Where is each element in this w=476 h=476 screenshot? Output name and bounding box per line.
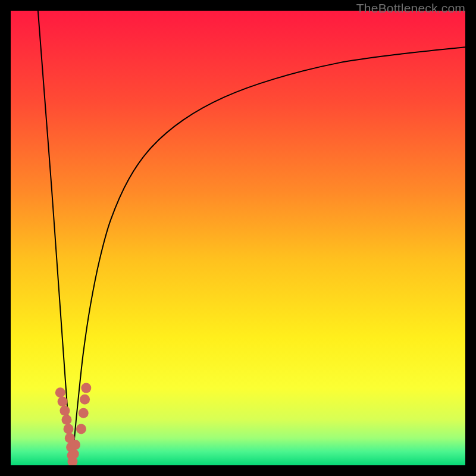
chart-frame: TheBottleneck.com [0,0,476,476]
data-marker [58,397,68,407]
watermark-text: TheBottleneck.com [356,1,465,15]
data-marker [70,440,80,450]
data-marker [61,415,71,425]
data-marker [55,387,65,397]
data-marker [79,408,89,418]
data-marker [69,449,79,459]
data-marker [60,406,70,416]
data-marker [81,383,91,393]
data-marker [64,424,74,434]
data-marker [76,424,86,434]
plot-area [11,11,465,465]
data-marker [80,394,90,405]
curves-layer [11,11,465,465]
bottleneck-curve-left [38,11,72,465]
bottleneck-curve-right [72,47,465,465]
